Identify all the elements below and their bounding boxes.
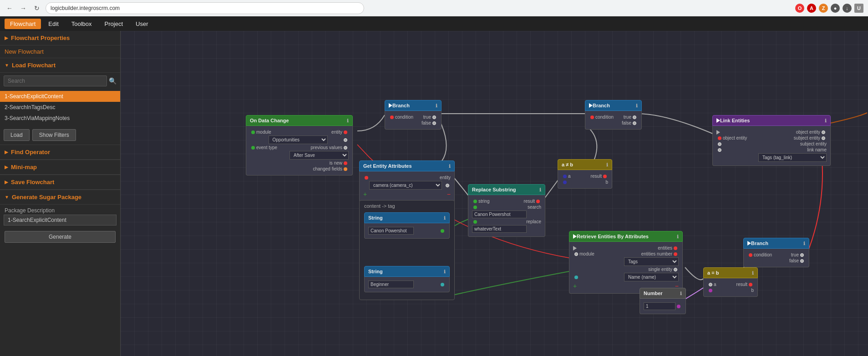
menu-user[interactable]: User (130, 19, 153, 29)
branch2-true-label: true (624, 115, 631, 120)
mini-map-header[interactable]: ▶ Mini-map (0, 160, 120, 175)
result-dot (536, 200, 540, 203)
branch1-title: Branch (392, 103, 410, 108)
replace-value-input[interactable] (472, 225, 527, 233)
a-neq-b-node[interactable]: a ≠ b ℹ a result b (558, 159, 612, 189)
entity-select[interactable]: camera (camera_c) (369, 181, 442, 190)
a-eq-b-node[interactable]: a = b ℹ a result b (703, 267, 758, 297)
link-obj-dot (822, 130, 825, 134)
get-entity-info-icon[interactable]: ℹ (449, 164, 451, 169)
flowchart-properties-header[interactable]: ▶ Flowchart Properties (0, 31, 120, 45)
canvas-area[interactable]: On Data Change ℹ module entity Opportuni… (121, 31, 868, 356)
browser-icon-2: A (807, 4, 816, 13)
a-eq-b-info-icon[interactable]: ℹ (752, 271, 754, 276)
retrieve-module-row: module entities number (573, 251, 679, 256)
find-operator-header[interactable]: ▶ Find Operator (0, 145, 120, 160)
get-entity-body: entity camera (camera_c) + − (359, 171, 455, 202)
a-eq-b-body: a result b (703, 278, 758, 297)
link-entities-node[interactable]: Link Entities ℹ object entity object ent… (712, 115, 831, 166)
get-entity-node[interactable]: Get Entity Attributes ℹ entity camera (c… (359, 160, 455, 202)
a-eq-b-a-dot (709, 283, 712, 286)
branch2-node[interactable]: Branch ℹ condition true false (585, 100, 642, 130)
number1-info-icon[interactable]: ℹ (680, 291, 682, 296)
string2-node[interactable]: String ℹ (364, 266, 450, 292)
remove-attr-icon[interactable]: − (447, 191, 451, 198)
module-select[interactable]: Opportunities (269, 135, 328, 144)
string1-info-icon[interactable]: ℹ (444, 216, 446, 221)
string2-info-icon[interactable]: ℹ (444, 269, 446, 274)
link-obj-in-dot (718, 136, 721, 140)
a-neq-b-info-icon[interactable]: ℹ (606, 162, 608, 167)
add-retrieve-icon[interactable]: + (573, 282, 577, 290)
show-filters-button[interactable]: Show Filters (32, 129, 76, 141)
menu-flowchart[interactable]: Flowchart (5, 19, 41, 29)
link-entities-info-icon[interactable]: ℹ (825, 118, 827, 123)
replace-substring-info-icon[interactable]: ℹ (539, 187, 541, 192)
link-name-row: link name (716, 147, 827, 152)
new-flowchart-item[interactable]: New Flowchart (0, 45, 120, 58)
search-value-input[interactable] (472, 211, 527, 218)
branch3-node[interactable]: Branch ℹ condition true false (743, 238, 809, 267)
number1-title: Number (644, 291, 663, 296)
menu-edit[interactable]: Edit (43, 19, 64, 29)
on-data-change-header: On Data Change ℹ (246, 115, 353, 126)
replace-substring-node[interactable]: Replace Substring ℹ string result search (468, 184, 545, 237)
generate-sugar-header[interactable]: ▼ Generate Sugar Package (0, 190, 120, 205)
on-data-change-node[interactable]: On Data Change ℹ module entity Opportuni… (246, 115, 353, 175)
branch2-body: condition true false (585, 111, 642, 130)
flowchart-item-3[interactable]: 3-SearchViaMappingNotes (0, 113, 120, 124)
mini-map-arrow-icon: ▶ (5, 165, 8, 170)
retrieve-attr-select[interactable]: Name (name) (624, 273, 679, 281)
retrieve-entities-info-icon[interactable]: ℹ (677, 234, 679, 239)
forward-button[interactable]: → (18, 3, 28, 13)
event-type-select[interactable]: After Save (289, 151, 349, 160)
entity-label: entity (331, 130, 342, 135)
branch1-node[interactable]: Branch ℹ condition true false (385, 100, 442, 130)
entities-label: entities (658, 246, 672, 251)
number1-node[interactable]: Number ℹ (640, 288, 686, 314)
string2-output-dot (441, 283, 444, 286)
string1-value-row (368, 227, 446, 235)
search-button[interactable]: 🔍 (109, 77, 117, 85)
package-desc-input[interactable] (4, 215, 117, 226)
search-value-row (472, 211, 541, 218)
menu-project[interactable]: Project (99, 19, 128, 29)
back-button[interactable]: ← (5, 3, 15, 13)
generate-button[interactable]: Generate (5, 231, 116, 243)
branch3-true-label: true (791, 252, 799, 257)
string1-node[interactable]: String ℹ (364, 212, 450, 239)
entities-number-label: entities number (641, 251, 672, 256)
load-flowchart-header[interactable]: ▼ Load Flowchart (0, 58, 120, 73)
flowchart-item-2[interactable]: 2-SearchInTagsDesc (0, 102, 120, 113)
string1-value-input[interactable] (368, 227, 414, 235)
module-dot (251, 130, 255, 134)
flowchart-item-1[interactable]: 1-SearchExplicitContent (0, 91, 120, 102)
branch3-info-icon[interactable]: ℹ (803, 241, 805, 246)
load-button[interactable]: Load (4, 129, 30, 141)
a-eq-b-b-row: b (707, 288, 754, 293)
result-label: result (524, 199, 535, 204)
string1-output-dot (441, 229, 444, 233)
branch1-info-icon[interactable]: ℹ (436, 103, 437, 108)
add-attr-icon[interactable]: + (363, 191, 367, 198)
menu-toolbox[interactable]: Toolbox (66, 19, 97, 29)
module-label: module (256, 130, 271, 135)
branch1-condition-label: condition (395, 115, 413, 120)
link-entities-title: Link Entities (720, 118, 750, 123)
retrieve-module-select[interactable]: Tags (624, 257, 679, 266)
retrieve-entities-node[interactable]: Retrieve Entities By Attributes ℹ entiti… (569, 231, 683, 294)
url-bar[interactable] (46, 2, 364, 14)
on-data-change-info-icon[interactable]: ℹ (347, 118, 349, 123)
number1-value-input[interactable] (644, 302, 675, 310)
link-name-select[interactable]: Tags (tag_link) (758, 153, 827, 162)
find-operator-arrow-icon: ▶ (5, 150, 8, 155)
a-neq-b-header: a ≠ b ℹ (558, 159, 612, 170)
save-flowchart-header[interactable]: ▶ Save Flowchart (0, 175, 120, 190)
link-entities-play-icon (716, 118, 720, 123)
string2-value-input[interactable] (368, 281, 414, 288)
refresh-button[interactable]: ↻ (32, 3, 42, 13)
search-input[interactable] (4, 75, 107, 86)
entities-number-dot (674, 252, 677, 256)
branch2-header: Branch ℹ (585, 100, 642, 111)
branch2-info-icon[interactable]: ℹ (636, 103, 638, 108)
